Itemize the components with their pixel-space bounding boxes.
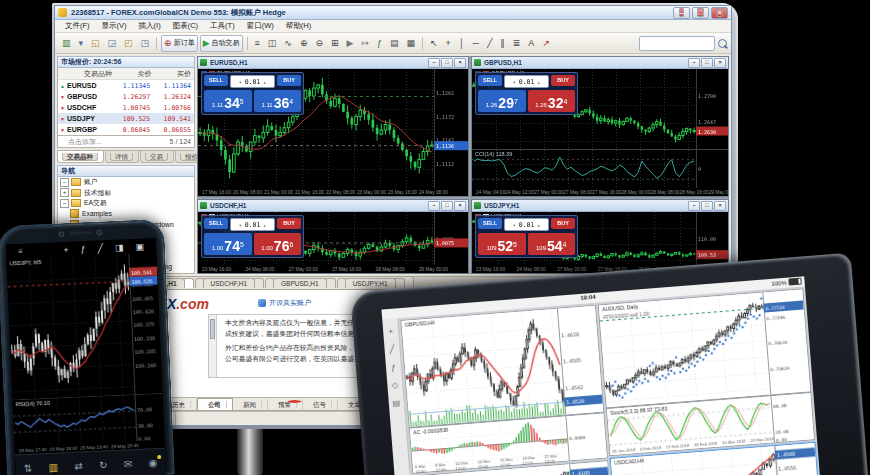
chart-shift-icon[interactable]: ↦ [358, 35, 372, 52]
col-symbol[interactable]: 交易品种 [58, 69, 115, 79]
chart-minimize-button[interactable]: – [428, 58, 440, 68]
crosshair-icon[interactable]: + [443, 35, 454, 52]
text-icon[interactable]: A [525, 35, 537, 52]
market-watch-tab[interactable]: 详情 [105, 151, 139, 163]
objects-icon[interactable]: ◇ [392, 381, 399, 390]
document-icon[interactable]: ▣ [129, 241, 150, 252]
chart-close-button[interactable]: × [714, 58, 726, 68]
chart-title-bar[interactable]: USDJPY,H1 –□× [472, 200, 728, 212]
maximize-button[interactable]: □ [692, 7, 709, 19]
buy-button[interactable]: BUY [551, 75, 575, 86]
crosshair-icon[interactable]: + [57, 244, 75, 255]
menu-item[interactable]: 文件(F) [59, 21, 96, 31]
zoom-in-icon[interactable]: ⊕ [297, 35, 311, 52]
layout-icon[interactable]: ▤ [392, 398, 400, 408]
title-bar[interactable]: 22368517 - FOREX.comGlobalCN Demo 553: 模… [55, 6, 731, 20]
window-layout-icon[interactable]: ◨ [109, 242, 130, 253]
chart-close-button[interactable]: × [714, 201, 726, 211]
autotrading-button[interactable]: ▶自动交易 [200, 35, 243, 52]
search-icon[interactable] [718, 39, 727, 48]
sell-button[interactable]: SELL [204, 75, 228, 86]
candles-icon[interactable]: ◫ [265, 35, 280, 52]
market-watch-row[interactable]: ▼GBPUSD1.262971.26324 [58, 91, 194, 102]
periods-icon[interactable]: ▤ [387, 35, 402, 52]
line-chart-icon[interactable]: ∿ [281, 35, 295, 52]
market-watch-row[interactable]: ▼EURGBP0.868450.86855 [58, 124, 194, 135]
chart-title-bar[interactable]: EURUSD,H1 –□× [198, 57, 468, 69]
col-bid[interactable]: 卖价 [115, 69, 155, 79]
indicators-icon[interactable]: ƒ [374, 35, 385, 52]
chat-icon[interactable]: ◉ [148, 457, 157, 468]
menu-item[interactable]: 帮助(H) [280, 21, 317, 31]
buy-button[interactable]: BUY [277, 75, 301, 86]
chart-tab[interactable]: GBPUSD,H1 [265, 278, 336, 288]
search-input[interactable] [639, 36, 715, 51]
terminal-tab[interactable]: 预警 [268, 399, 303, 410]
bid-price[interactable]: 1.11345 [204, 90, 252, 112]
market-watch-tab[interactable]: 交易 [140, 151, 174, 163]
chart-tab[interactable]: USDCHF,H1 [195, 278, 264, 288]
ask-price[interactable]: 1.26324 [528, 90, 576, 112]
navigator-item[interactable]: −EA交易 [58, 198, 194, 209]
quotes-icon[interactable]: ⇅ [24, 462, 33, 473]
arrows-icon[interactable]: ↗ [539, 35, 553, 52]
col-ask[interactable]: 买价 [154, 69, 194, 79]
menu-item[interactable]: 插入(I) [133, 21, 167, 31]
draw-icon[interactable]: ╱ [389, 345, 395, 354]
market-watch-row[interactable]: ▼USDJPY109.525109.541 [58, 113, 194, 124]
trade-icon[interactable]: ⇄ [74, 460, 83, 471]
chart-restore-button[interactable]: □ [441, 58, 453, 68]
chart-restore-button[interactable]: □ [441, 201, 453, 211]
navigator-item[interactable]: −账户 [58, 177, 194, 188]
chart-restore-button[interactable]: □ [701, 201, 713, 211]
navigator-icon[interactable]: ◰ [121, 35, 136, 52]
market-watch-tab[interactable]: 交易品种 [57, 151, 104, 163]
market-watch-add-row[interactable]: 点击添加... 5 / 124 [57, 136, 195, 148]
bid-price[interactable]: 1.26297 [478, 90, 526, 112]
menu-item[interactable]: 图表(C) [167, 21, 204, 31]
menu-item[interactable]: 工具(T) [204, 21, 241, 31]
profiles-icon[interactable]: ▾ [76, 35, 87, 52]
close-button[interactable]: × [711, 7, 728, 19]
chart-restore-button[interactable]: □ [701, 58, 713, 68]
chart-title-bar[interactable]: USDCHF,H1 –□× [198, 200, 468, 212]
templates-icon[interactable]: ▦ [404, 35, 419, 52]
indicator-f-icon[interactable]: ƒ [74, 243, 91, 254]
expander-icon[interactable]: − [60, 178, 69, 187]
ask-price[interactable]: 109544 [528, 233, 576, 255]
navigator-item[interactable]: +技术指标 [58, 188, 194, 199]
buy-button[interactable]: BUY [551, 218, 575, 229]
market-watch-row[interactable]: ▲EURUSD1.113451.11364 [58, 80, 194, 91]
tile-windows-icon[interactable]: ⊞ [328, 35, 342, 52]
market-watch-row[interactable]: ▼USDCHF1.007451.00766 [58, 102, 194, 113]
scrollbar[interactable] [209, 315, 217, 377]
lot-size-input[interactable]: ▾0.01▴ [504, 218, 549, 231]
bid-price[interactable]: 109525 [478, 233, 526, 255]
sell-button[interactable]: SELL [204, 218, 228, 229]
vline-icon[interactable]: │ [456, 35, 468, 52]
menu-item[interactable]: 显示(V) [96, 21, 133, 31]
bid-price[interactable]: 1.00745 [204, 233, 252, 255]
terminal-icon[interactable]: ◳ [138, 35, 153, 52]
lot-size-input[interactable]: ▾0.01▴ [230, 218, 275, 231]
chart-title-bar[interactable]: GBPUSD,H1 –□× [472, 57, 728, 69]
zoom-out-icon[interactable]: ⊖ [312, 35, 326, 52]
crosshair-icon[interactable]: + [388, 327, 393, 336]
chart-minimize-button[interactable]: – [688, 201, 700, 211]
new-order-button[interactable]: ⊕新订单 [161, 35, 198, 52]
sell-button[interactable]: SELL [478, 218, 502, 229]
ask-price[interactable]: 1.00766 [254, 233, 302, 255]
chart-minimize-button[interactable]: – [428, 201, 440, 211]
buy-button[interactable]: BUY [277, 218, 301, 229]
chart-tab[interactable]: USDJPY,H1 [337, 278, 405, 288]
menu-item[interactable]: 窗口(W) [241, 21, 280, 31]
menu-icon[interactable]: ≡ [12, 247, 29, 257]
cursor-icon[interactable]: ↖ [427, 35, 441, 52]
terminal-tab[interactable]: 公司 [197, 398, 233, 410]
expander-icon[interactable]: − [60, 199, 69, 208]
sell-button[interactable]: SELL [478, 75, 502, 86]
open-live-account-link[interactable]: 开设真实账户 [258, 298, 311, 308]
autoscroll-icon[interactable]: ▶ [344, 35, 357, 52]
lot-size-input[interactable]: ▾0.01▴ [230, 75, 275, 88]
terminal-tab[interactable]: 信号 [303, 399, 338, 410]
